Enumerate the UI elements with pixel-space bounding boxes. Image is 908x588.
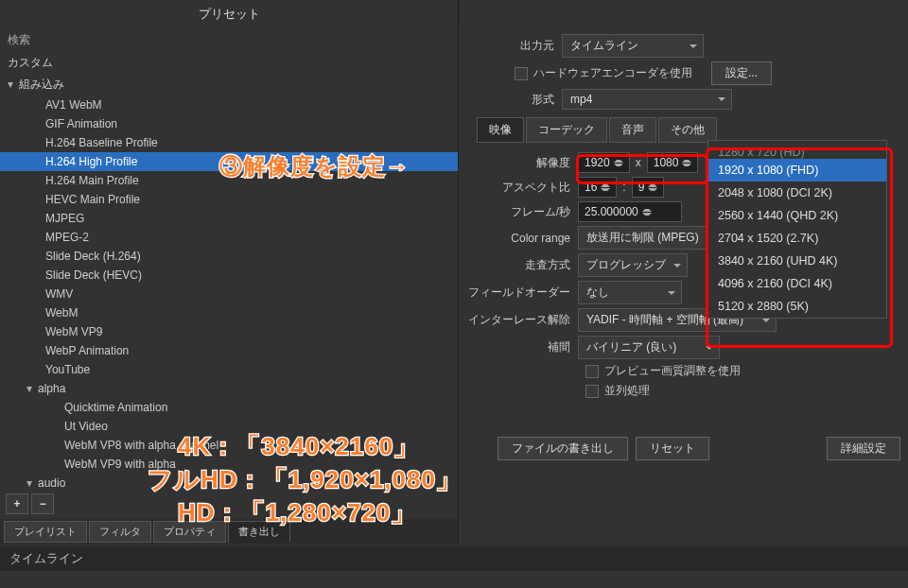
preset-youtube[interactable]: YouTube [0,360,458,379]
tab-codec[interactable]: コーデック [526,117,607,143]
preset-webm[interactable]: WebM [0,303,458,322]
interp-label: 補間 [460,339,578,355]
fps-input[interactable]: 25.000000 [578,201,682,222]
tab-audio[interactable]: 音声 [609,117,656,143]
tree-group-builtin[interactable]: ▾組み込み [0,74,458,95]
reset-button[interactable]: リセット [636,437,709,460]
annotation-4k: 4K : 「3840×2160」 [178,430,419,463]
tree-group-custom[interactable]: カスタム [0,52,458,74]
aspect-w-value: 16 [585,181,597,194]
preset-slide-hevc[interactable]: Slide Deck (HEVC) [0,266,458,285]
reso-option-5k[interactable]: 5120 x 2880 (5K) [708,295,886,318]
output-src-dropdown[interactable]: タイムライン [562,34,704,58]
resolution-height-input[interactable]: 1080 [647,152,699,173]
res-w-value: 1920 [585,156,610,169]
tree-group-alpha-label: alpha [38,382,65,395]
remove-preset-button[interactable]: − [31,493,54,514]
preset-qt-anim[interactable]: Quicktime Animation [0,398,458,417]
resolution-width-input[interactable]: 1920 [578,152,630,173]
tab-filter[interactable]: フィルタ [89,521,151,543]
preview-adj-checkbox[interactable] [585,365,599,378]
settings-button[interactable]: 設定... [711,61,772,85]
preset-av1[interactable]: AV1 WebM [0,95,458,114]
preset-slide-h264[interactable]: Slide Deck (H.264) [0,247,458,266]
resolution-label: 解像度 [460,155,578,171]
tree-group-audio-label: audio [38,476,65,490]
reso-option-qhd2k[interactable]: 2560 x 1440 (QHD 2K) [708,204,886,227]
annotation-hd: HD : 「1,280×720」 [178,496,416,529]
tab-other[interactable]: その他 [658,117,717,143]
aspect-h-input[interactable]: 9 [632,177,665,198]
resolution-x: x [636,156,641,169]
reso-option-uhd4k[interactable]: 3840 x 2160 (UHD 4K) [708,250,886,272]
scan-dropdown[interactable]: プログレッシブ [578,253,688,277]
scan-label: 走査方式 [460,257,578,273]
export-file-button[interactable]: ファイルの書き出し [498,437,628,460]
preset-h264-baseline[interactable]: H.264 Baseline Profile [0,133,458,152]
parallel-checkbox[interactable] [585,385,599,398]
preset-title: プリセット [0,0,458,28]
timeline-panel-label: タイムライン [0,546,908,571]
interp-dropdown[interactable]: バイリニア (良い) [578,336,720,359]
search-label[interactable]: 検索 [0,28,458,52]
format-label: 形式 [460,92,562,108]
aspect-label: アスペクト比 [460,180,578,196]
preset-mpeg2[interactable]: MPEG-2 [0,228,458,247]
preset-wmv[interactable]: WMV [0,285,458,303]
annotation-fhd: フルHD : 「1,920×1,080」 [148,463,462,496]
fieldorder-dropdown[interactable]: なし [578,281,682,304]
output-src-label: 出力元 [460,38,562,54]
res-h-value: 1080 [654,156,679,169]
advanced-button[interactable]: 詳細設定 [827,437,900,460]
fps-value: 25.000000 [585,205,638,218]
deint-label: インターレース解除 [460,312,578,328]
colorrange-label: Color range [460,232,578,245]
reso-option-720[interactable]: 1280 x 720 (HD) [708,141,886,159]
preview-adj-label: プレビュー画質調整を使用 [604,363,741,379]
tree-group-alpha[interactable]: ▾alpha [0,379,458,398]
reso-option-dci4k[interactable]: 4096 x 2160 (DCI 4K) [708,272,886,295]
tree-group-builtin-label: 組み込み [19,78,64,91]
tab-playlist[interactable]: プレイリスト [4,521,87,543]
fps-label: フレーム/秒 [460,204,578,220]
resolution-popup: 1280 x 720 (HD) 1920 x 1080 (FHD) 2048 x… [707,140,887,319]
reso-option-27k[interactable]: 2704 x 1520 (2.7K) [708,227,886,250]
preset-gif[interactable]: GIF Animation [0,114,458,133]
hw-encoder-checkbox[interactable] [515,67,528,80]
hw-encoder-label: ハードウェアエンコーダを使用 [533,65,692,81]
aspect-sep: : [622,181,625,194]
aspect-h-value: 9 [638,181,645,194]
preset-mjpeg[interactable]: MJPEG [0,209,458,228]
add-preset-button[interactable]: + [6,493,28,514]
video-settings-tabs: 映像 コーデック 音声 その他 [477,117,908,143]
preset-webp-anim[interactable]: WebP Animation [0,341,458,360]
colorrange-dropdown[interactable]: 放送用に制限 (MPEG) [578,226,729,250]
reso-option-1080[interactable]: 1920 x 1080 (FHD) [708,159,886,182]
parallel-label: 並列処理 [604,383,650,399]
reso-option-dci2k[interactable]: 2048 x 1080 (DCI 2K) [708,182,886,204]
tab-video[interactable]: 映像 [477,117,524,143]
aspect-w-input[interactable]: 16 [578,177,617,198]
annotation-step3: ③解像度を設定→ [219,151,410,182]
format-dropdown[interactable]: mp4 [562,89,732,110]
preset-hevc-main[interactable]: HEVC Main Profile [0,190,458,209]
fieldorder-label: フィールドオーダー [460,285,578,301]
preset-webm-vp9[interactable]: WebM VP9 [0,322,458,341]
